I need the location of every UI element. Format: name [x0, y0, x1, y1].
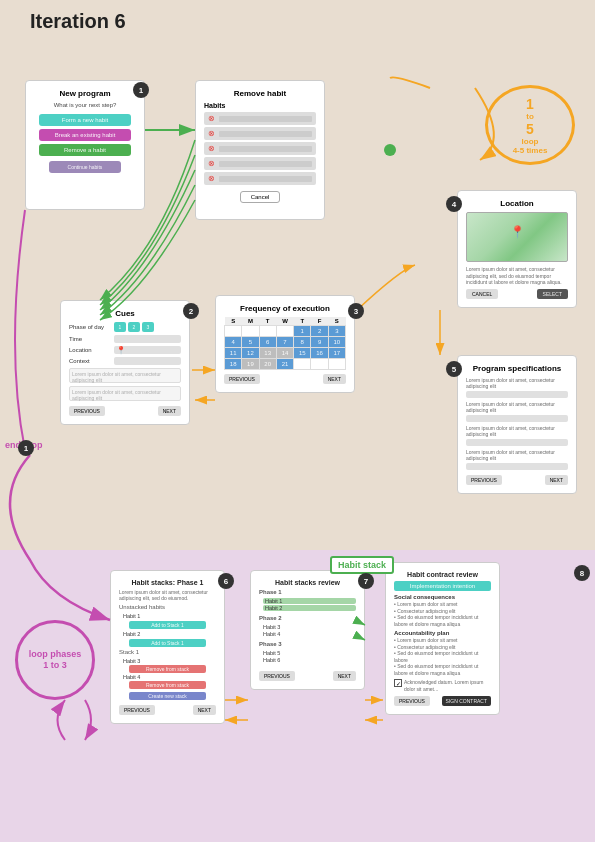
card7-nav: PREVIOUS NEXT [119, 705, 216, 715]
spec-text-2: Lorem ipsum dolor sit amet, consectetur … [466, 401, 568, 413]
day-m: M [242, 317, 259, 326]
spec-text-4: Lorem ipsum dolor sit amet, consectetur … [466, 449, 568, 461]
day-t2: T [294, 317, 311, 326]
card-cues: Cues Phase of day 1 2 3 Time Location 📍 … [60, 300, 190, 425]
cal-cell[interactable]: 16 [311, 348, 328, 359]
card7-prev-btn[interactable]: PREVIOUS [119, 705, 155, 715]
cal-cell[interactable]: 19 [242, 359, 259, 370]
cal-cell[interactable] [294, 359, 311, 370]
card8-next-btn[interactable]: NEXT [333, 671, 356, 681]
spec-item-3: Lorem ipsum dolor sit amet, consectetur … [466, 425, 568, 446]
remove-icon[interactable]: ⊗ [208, 144, 215, 153]
habit-item-3: Habit 3 [123, 658, 216, 664]
freq-next-btn[interactable]: NEXT [323, 374, 346, 384]
cal-cell[interactable]: 8 [294, 337, 311, 348]
checkbox[interactable]: ✓ [394, 679, 402, 687]
cal-cell[interactable] [259, 326, 276, 337]
cal-cell[interactable] [311, 359, 328, 370]
spec-input-2[interactable] [466, 415, 568, 422]
freq-prev-btn[interactable]: PREVIOUS [224, 374, 260, 384]
remove-icon[interactable]: ⊗ [208, 174, 215, 183]
card1-title: New program [34, 89, 136, 98]
loop-number1: 1 [526, 96, 534, 112]
impl-intention-label: Implementation intention [394, 581, 491, 591]
loop-phases-circle: loop phases1 to 3 [15, 620, 95, 700]
card8-title: Habit stacks review [259, 579, 356, 586]
cal-cell[interactable]: 12 [242, 348, 259, 359]
cal-cell[interactable] [225, 326, 242, 337]
habits-label: Habits [204, 102, 316, 109]
cal-cell[interactable]: 20 [259, 359, 276, 370]
remove-from-stack-btn2[interactable]: Remove from stack [129, 681, 207, 689]
add-to-stack1-btn2[interactable]: Add to Stack 1 [129, 639, 207, 647]
time-input[interactable] [114, 335, 181, 343]
remove-from-stack-btn1[interactable]: Remove from stack [129, 665, 207, 673]
cal-cell[interactable]: 9 [311, 337, 328, 348]
cal-cell[interactable]: 10 [328, 337, 345, 348]
card7-title: Habit stacks: Phase 1 [119, 579, 216, 586]
phase-btn-1[interactable]: 1 [114, 322, 126, 332]
spec-input-1[interactable] [466, 391, 568, 398]
sign-contract-btn[interactable]: SIGN CONTRACT [442, 696, 491, 706]
cal-cell[interactable]: 4 [225, 337, 242, 348]
loop-phases-label: loop phases1 to 3 [29, 649, 82, 671]
cal-cell[interactable]: 15 [294, 348, 311, 359]
break-existing-btn[interactable]: Break an existing habit [39, 129, 131, 141]
location-cancel-btn[interactable]: CANCEL [466, 289, 498, 299]
spec-input-4[interactable] [466, 463, 568, 470]
habit-item: ⊗ [204, 142, 316, 155]
cal-cell[interactable]: 7 [276, 337, 293, 348]
cal-cell[interactable]: 11 [225, 348, 242, 359]
card-frequency: Frequency of execution S M T W T F S 1 2… [215, 295, 355, 393]
card8-prev-btn[interactable]: PREVIOUS [259, 671, 295, 681]
phase-btn-2[interactable]: 2 [128, 322, 140, 332]
habit2-highlighted: Habit 2 [263, 605, 356, 611]
remove-habit-btn[interactable]: Remove a habit [39, 144, 131, 156]
remove-icon[interactable]: ⊗ [208, 159, 215, 168]
map-pin-icon: 📍 [510, 225, 525, 239]
spec-item-4: Lorem ipsum dolor sit amet, consectetur … [466, 449, 568, 470]
spec-text-1: Lorem ipsum dolor sit amet, consectetur … [466, 377, 568, 389]
card1-subtitle: What is your next step? [34, 102, 136, 108]
form-new-habit-btn[interactable]: Form a new habit [39, 114, 131, 126]
create-new-stack-btn[interactable]: Create new stack [129, 692, 207, 700]
cues-prev-btn[interactable]: PREVIOUS [69, 406, 105, 416]
continue-habits-btn[interactable]: Continue habits [49, 161, 120, 173]
location-input[interactable]: 📍 [114, 346, 181, 354]
cal-cell[interactable]: 5 [242, 337, 259, 348]
specs-prev-btn[interactable]: PREVIOUS [466, 475, 502, 485]
cal-cell[interactable]: 13 [259, 348, 276, 359]
location-select-btn[interactable]: SELECT [537, 289, 568, 299]
card9-prev-btn[interactable]: PREVIOUS [394, 696, 430, 706]
cal-cell[interactable]: 17 [328, 348, 345, 359]
time-row: Time [69, 335, 181, 343]
cal-cell[interactable] [242, 326, 259, 337]
cal-cell[interactable]: 2 [311, 326, 328, 337]
checkbox-text: Acknowledged datum. Lorem ipsum dolor si… [404, 679, 491, 692]
add-to-stack1-btn1[interactable]: Add to Stack 1 [129, 621, 207, 629]
card7-next-btn[interactable]: NEXT [193, 705, 216, 715]
remove-icon[interactable]: ⊗ [208, 129, 215, 138]
remove-icon[interactable]: ⊗ [208, 114, 215, 123]
cal-cell[interactable] [328, 359, 345, 370]
context-input[interactable] [114, 357, 181, 365]
calendar: S M T W T F S 1 2 3 4 5 6 [224, 317, 346, 370]
badge-8: 8 [574, 565, 590, 581]
cal-cell[interactable] [276, 326, 293, 337]
phase-btn-3[interactable]: 3 [142, 322, 154, 332]
card-habit-stacks-review: Habit stacks review Phase 1 Habit 1 Habi… [250, 570, 365, 690]
spec-input-3[interactable] [466, 439, 568, 446]
spec-text-3: Lorem ipsum dolor sit amet, consectetur … [466, 425, 568, 437]
cal-cell[interactable]: 3 [328, 326, 345, 337]
cal-cell[interactable]: 18 [225, 359, 242, 370]
card2-title: Remove habit [204, 89, 316, 98]
specs-next-btn[interactable]: NEXT [545, 475, 568, 485]
cancel-btn[interactable]: Cancel [240, 191, 281, 203]
phase-buttons: 1 2 3 [114, 322, 154, 332]
cal-cell[interactable]: 6 [259, 337, 276, 348]
cal-cell[interactable]: 21 [276, 359, 293, 370]
cues-next-btn[interactable]: NEXT [158, 406, 181, 416]
cal-cell[interactable]: 14 [276, 348, 293, 359]
habit-list: ⊗ ⊗ ⊗ ⊗ ⊗ [204, 112, 316, 185]
cal-cell[interactable]: 1 [294, 326, 311, 337]
